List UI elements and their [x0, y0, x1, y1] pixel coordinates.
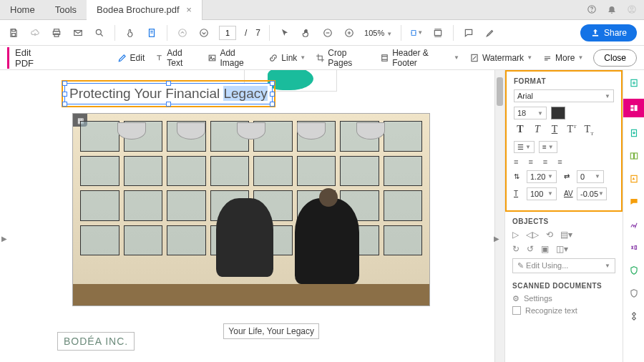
- edit-tool[interactable]: Edit: [117, 53, 145, 63]
- expand-left-icon[interactable]: ▶: [1, 235, 7, 243]
- close-button[interactable]: Close: [593, 49, 637, 67]
- arrange-icon[interactable]: ▤▾: [560, 230, 572, 240]
- align-left-icon[interactable]: ≡: [514, 157, 518, 166]
- line-height-select[interactable]: 1.20▼: [527, 170, 557, 183]
- font-color-swatch[interactable]: [551, 107, 565, 119]
- rotate-cw-icon[interactable]: ↻: [512, 244, 519, 254]
- font-family-select[interactable]: Arial▼: [514, 89, 614, 102]
- cloud-icon[interactable]: [29, 26, 42, 39]
- page-number-input[interactable]: [219, 26, 236, 40]
- rotate-ccw-icon[interactable]: ⟲: [546, 230, 553, 240]
- highlight-icon[interactable]: [484, 26, 497, 39]
- recognize-checkbox[interactable]: [512, 306, 521, 315]
- rail-redact-icon[interactable]: [627, 240, 641, 255]
- more-tool[interactable]: More▼: [542, 53, 583, 63]
- tagline-text[interactable]: Your Life, Your Legacy: [223, 323, 319, 339]
- svg-point-12: [179, 29, 187, 36]
- rail-sign-icon[interactable]: [627, 217, 641, 232]
- add-image-tool[interactable]: Add Image: [208, 48, 258, 68]
- print-icon[interactable]: [50, 26, 63, 39]
- scrollbar-thumb[interactable]: [497, 77, 503, 106]
- tab-file[interactable]: Bodea Brochure.pdf ×: [87, 0, 203, 20]
- rail-fill-sign-icon[interactable]: [627, 172, 641, 186]
- rail-create-icon[interactable]: [627, 76, 641, 90]
- hand-icon[interactable]: [300, 26, 313, 39]
- scale-select[interactable]: 100▼: [527, 187, 557, 200]
- pointer-icon[interactable]: [278, 26, 291, 39]
- svg-rect-25: [630, 109, 633, 112]
- rail-organize-icon[interactable]: [627, 149, 641, 163]
- headline-selection: Legacy: [223, 86, 267, 101]
- scrollbar-vertical[interactable]: ▶: [494, 70, 504, 362]
- italic-icon[interactable]: T: [531, 124, 544, 137]
- page-down-icon[interactable]: [197, 26, 210, 39]
- zoom-select[interactable]: 105% ▼: [364, 29, 392, 37]
- mail-icon[interactable]: [72, 26, 84, 39]
- rail-comment-icon[interactable]: [627, 195, 641, 209]
- document-canvas[interactable]: ▶ Protecting Your Financial Legacy ▦ BOD…: [0, 70, 494, 362]
- expand-right-icon[interactable]: ▶: [494, 235, 499, 243]
- user-icon[interactable]: [625, 3, 638, 16]
- page-up-icon[interactable]: [176, 26, 189, 39]
- svg-point-3: [630, 7, 633, 10]
- scanned-title: SCANNED DOCUMENTS: [512, 282, 615, 290]
- comment-icon[interactable]: [462, 26, 475, 39]
- zoom-in-icon[interactable]: [343, 26, 356, 39]
- font-size-select[interactable]: 18▼: [514, 107, 547, 119]
- main-photo[interactable]: ▦: [72, 113, 430, 306]
- page-icon[interactable]: [145, 26, 158, 39]
- bold-icon[interactable]: T: [514, 124, 527, 137]
- bell-icon[interactable]: [605, 3, 618, 16]
- text-block-selected[interactable]: Protecting Your Financial Legacy: [62, 80, 275, 107]
- underline-icon[interactable]: T: [548, 124, 561, 137]
- crop-object-icon[interactable]: ▣: [541, 244, 549, 254]
- svg-rect-16: [411, 30, 416, 35]
- edit-using-select[interactable]: ✎ Edit Using...▼: [512, 258, 615, 273]
- superscript-icon[interactable]: TT: [565, 124, 578, 137]
- add-text-tool[interactable]: Add Text: [155, 48, 197, 68]
- settings-row[interactable]: ⚙ Settings: [512, 294, 615, 303]
- read-mode-icon[interactable]: [431, 26, 444, 39]
- align-justify-icon[interactable]: ≡: [557, 157, 562, 166]
- align-right-icon[interactable]: ≡: [543, 157, 547, 166]
- recognize-text-row[interactable]: Recognize text: [512, 306, 615, 315]
- crop-tool[interactable]: Crop Pages: [316, 48, 370, 68]
- page-total: 7: [255, 28, 260, 38]
- close-tab-icon[interactable]: ×: [186, 4, 192, 15]
- touch-icon[interactable]: [124, 26, 137, 39]
- align-center-icon[interactable]: ≡: [528, 157, 532, 166]
- subscript-icon[interactable]: TT: [582, 124, 595, 137]
- rotate-ccw2-icon[interactable]: ↺: [527, 244, 534, 254]
- replace-icon[interactable]: ◫▾: [556, 244, 568, 254]
- svg-rect-5: [12, 33, 16, 36]
- link-tool[interactable]: Link▼: [268, 53, 306, 63]
- svg-rect-4: [12, 29, 16, 31]
- number-list-button[interactable]: ≡▼: [539, 141, 557, 153]
- divider: [453, 25, 454, 41]
- zoom-out-icon[interactable]: [321, 26, 334, 39]
- flip-v-icon[interactable]: ◁▷: [526, 230, 539, 240]
- objects-title: OBJECTS: [512, 217, 615, 225]
- search-icon[interactable]: [93, 26, 106, 39]
- tracking-select[interactable]: -0.05▼: [577, 187, 607, 200]
- bullet-list-button[interactable]: ☰▼: [514, 141, 535, 153]
- logo-text[interactable]: BODÉA INC.: [57, 332, 135, 351]
- header-footer-tool[interactable]: Header & Footer▼: [380, 48, 459, 68]
- rail-export-icon[interactable]: [627, 126, 641, 140]
- rail-more-icon[interactable]: [627, 309, 641, 323]
- tab-tools[interactable]: Tools: [45, 0, 87, 20]
- divider: [114, 25, 115, 41]
- rail-shield-icon[interactable]: [627, 286, 641, 300]
- rail-protect-icon[interactable]: [627, 263, 641, 278]
- share-button[interactable]: Share: [580, 24, 637, 41]
- indent-select[interactable]: 0▼: [577, 170, 604, 183]
- help-icon[interactable]: [585, 3, 598, 16]
- flip-h-icon[interactable]: ▷: [512, 230, 519, 240]
- rail-edit-icon[interactable]: [623, 99, 645, 117]
- save-icon[interactable]: [7, 26, 20, 39]
- watermark-tool[interactable]: Watermark▼: [469, 53, 532, 63]
- fit-width-icon[interactable]: ▼: [410, 26, 423, 39]
- divider: [269, 25, 270, 41]
- svg-rect-24: [630, 105, 633, 108]
- tab-home[interactable]: Home: [0, 0, 45, 20]
